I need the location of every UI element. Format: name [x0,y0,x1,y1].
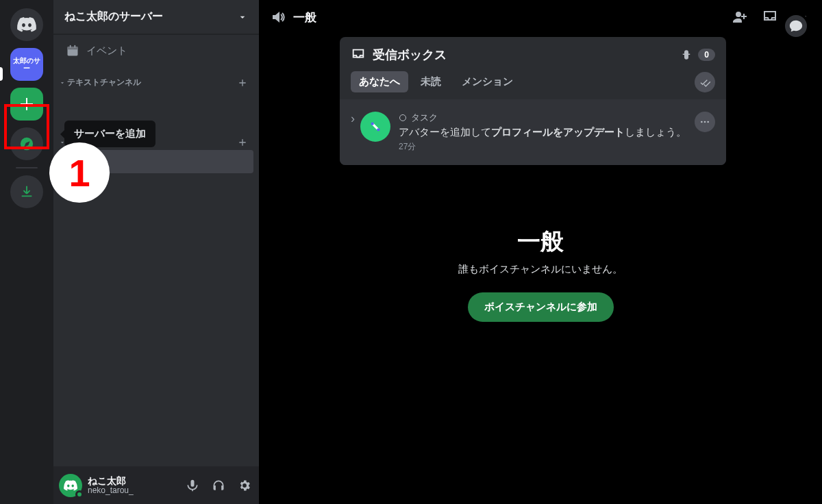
inbox-tab-foryou[interactable]: あなたへ [351,71,408,92]
svg-rect-1 [68,47,78,49]
drag-handle-icon: › [351,112,355,126]
circle-icon [399,114,407,122]
person-add-icon [732,9,748,25]
task-avatar-icon [360,112,390,142]
inbox-item-label: タスク [411,112,438,125]
voice-empty-subtitle: 誰もボイスチャンネルにいません。 [458,263,623,276]
active-server-indicator [0,67,3,81]
user-info[interactable]: ねこ太郎 neko_tarou_ [88,475,134,496]
events-label: イベント [86,45,127,58]
home-button[interactable] [10,8,43,41]
add-friends-button[interactable] [729,6,751,28]
user-tag: neko_tarou_ [88,486,134,496]
plus-icon [18,96,35,112]
chevron-down-icon [59,79,66,86]
server-rail: 太郎のサー [0,0,53,504]
deafen-button[interactable] [210,477,227,494]
inbox-icon [351,47,366,62]
ellipsis-icon [699,116,710,127]
compass-icon [19,136,34,151]
svg-point-10 [400,115,406,121]
inbox-button[interactable] [759,6,781,28]
status-dot [75,490,84,499]
mentions-icon [680,49,693,61]
mute-button[interactable] [184,477,201,494]
svg-rect-2 [70,45,71,48]
plus-icon[interactable] [237,137,248,148]
category-label: テキストチャンネル [67,77,141,88]
server-name: ねこ太郎のサーバー [64,10,163,24]
rail-divider [16,167,38,168]
inbox-mark-done-button[interactable] [695,72,715,92]
server-icon[interactable]: 太郎のサー [10,48,43,81]
category-text-channels[interactable]: テキストチャンネル [53,68,259,90]
inbox-tab-mentions[interactable]: メンション [453,71,521,92]
annotation-step-badge: 1 [49,142,110,203]
chevron-down-icon [237,12,248,23]
microphone-icon [186,479,199,492]
plus-icon[interactable] [237,77,248,88]
inbox-item[interactable]: › タスク アバターを追加してプロフィールをアップデートしましょう。 27分 [351,108,715,157]
svg-point-9 [377,128,379,131]
user-panel: ねこ太郎 neko_tarou_ [53,466,259,504]
join-voice-button[interactable]: ボイスチャンネルに参加 [468,292,614,322]
discord-icon [64,480,77,491]
headphones-icon [212,479,225,492]
svg-point-12 [704,121,706,123]
svg-point-13 [707,121,709,123]
main-content: 一般 受信ボックス [259,0,822,504]
download-apps-button[interactable] [10,175,43,208]
inbox-item-more-button[interactable] [695,112,715,132]
server-header[interactable]: ねこ太郎のサーバー [53,0,259,34]
inbox-item-time: 27分 [399,141,686,153]
inbox-title-text: 受信ボックス [373,47,447,63]
svg-point-8 [371,123,374,125]
svg-point-11 [701,121,703,123]
channel-title-text: 一般 [293,10,316,25]
speech-bubble-icon [788,18,804,34]
settings-button[interactable] [236,477,253,494]
download-icon [19,184,34,199]
user-avatar[interactable] [59,474,82,497]
inbox-tab-unread[interactable]: 未読 [412,71,449,92]
events-row[interactable]: イベント [59,37,253,64]
inbox-item-text: アバターを追加してプロフィールをアップデートしましょう。 [399,125,686,140]
calendar-icon [66,44,79,58]
explore-servers-button[interactable] [10,127,43,160]
voice-channel-title: 一般 [517,226,564,257]
channel-top-bar: 一般 [259,0,822,34]
speaker-icon [270,9,286,25]
inbox-count: 0 [698,49,715,61]
svg-rect-3 [75,45,76,48]
gear-icon [238,479,251,492]
discord-icon [17,17,36,32]
double-check-icon [699,77,710,88]
inbox-popover: 受信ボックス 0 あなたへ 未読 メンション [340,37,726,165]
channel-sidebar: ねこ太郎のサーバー イベント テキストチャンネル ャンネル 一般 [53,0,259,504]
add-server-button[interactable] [10,88,43,121]
open-chat-button[interactable] [782,12,810,40]
inbox-icon [762,9,778,25]
username: ねこ太郎 [88,475,134,486]
